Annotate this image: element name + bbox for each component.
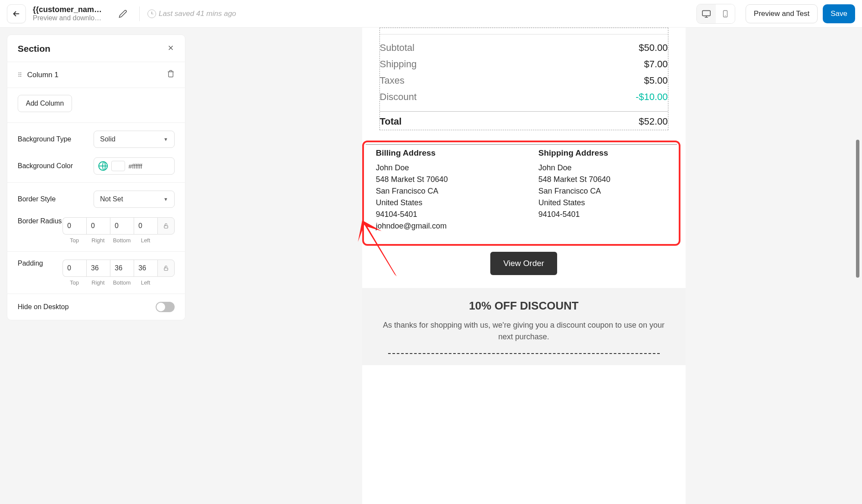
- globe-icon: [98, 161, 108, 171]
- bg-color-label: Background Color: [18, 162, 73, 170]
- column-item: ⠿ Column 1: [7, 62, 185, 88]
- svg-rect-0: [702, 10, 710, 16]
- coupon-box: [388, 353, 660, 354]
- saved-text: Last saved 41 mins ago: [159, 9, 236, 18]
- shipping-value: $7.00: [644, 59, 668, 70]
- color-swatch: [111, 161, 125, 171]
- padding-label: Padding: [18, 260, 43, 267]
- bg-type-select[interactable]: Solid ▼: [94, 131, 175, 148]
- hide-desktop-label: Hide on Desktop: [18, 303, 69, 311]
- topbar: {{customer_name}},... Preview and downlo…: [0, 0, 862, 28]
- border-style-label: Border Style: [18, 195, 56, 203]
- scrollbar[interactable]: [856, 140, 859, 278]
- total-label: Total: [380, 116, 402, 127]
- discount-value: -$10.00: [636, 91, 668, 103]
- padding-lock-button[interactable]: [157, 260, 175, 277]
- padding-top-input[interactable]: [63, 260, 86, 277]
- canvas: Subtotal$50.00 Shipping$7.00 Taxes$5.00 …: [185, 28, 862, 504]
- desktop-view-button[interactable]: [697, 4, 716, 23]
- discount-label: Discount: [380, 91, 417, 103]
- subtotal-value: $50.00: [639, 42, 668, 53]
- hide-desktop-toggle[interactable]: [156, 302, 175, 312]
- close-panel-button[interactable]: [167, 44, 175, 54]
- padding-bottom-input[interactable]: [110, 260, 134, 277]
- radius-lock-button[interactable]: [157, 217, 175, 235]
- total-value: $52.00: [639, 116, 668, 127]
- radius-right-input[interactable]: [86, 217, 110, 235]
- mobile-view-button[interactable]: [716, 4, 735, 23]
- address-section[interactable]: Billing Address John Doe 548 Market St 7…: [362, 141, 680, 246]
- shipping-label: Shipping: [380, 59, 417, 70]
- chevron-down-icon: ▼: [163, 197, 168, 202]
- back-button[interactable]: [7, 4, 26, 23]
- subtotal-label: Subtotal: [380, 42, 415, 53]
- svg-rect-1: [724, 10, 727, 17]
- radius-top-input[interactable]: [63, 217, 86, 235]
- add-column-button[interactable]: Add Column: [18, 95, 72, 112]
- edit-title-button[interactable]: [114, 5, 132, 22]
- divider: [139, 6, 140, 21]
- section-panel: Section ⠿ Column 1 Add Column Background…: [7, 34, 185, 320]
- radius-left-input[interactable]: [134, 217, 157, 235]
- page-title: {{customer_name}},...: [33, 5, 104, 14]
- page-subtitle: Preview and download...: [33, 14, 104, 22]
- radius-bottom-input[interactable]: [110, 217, 134, 235]
- drag-handle-icon[interactable]: ⠿: [18, 72, 23, 78]
- bg-color-input[interactable]: #ffffff: [94, 157, 175, 175]
- saved-timestamp: Last saved 41 mins ago: [147, 9, 236, 18]
- preview-test-button[interactable]: Preview and Test: [746, 4, 818, 23]
- padding-right-input[interactable]: [86, 260, 110, 277]
- padding-left-input[interactable]: [134, 260, 157, 277]
- order-totals[interactable]: Subtotal$50.00 Shipping$7.00 Taxes$5.00 …: [379, 28, 668, 130]
- clock-icon: [147, 9, 156, 18]
- promo-title: 10% OFF DISCOUNT: [375, 299, 673, 313]
- border-style-select[interactable]: Not Set ▼: [94, 191, 175, 208]
- save-button[interactable]: Save: [823, 4, 855, 23]
- taxes-label: Taxes: [380, 75, 404, 86]
- device-toggle: [696, 4, 735, 24]
- promo-text: As thanks for shopping with us, we're gi…: [375, 319, 673, 343]
- column-name: Column 1: [27, 71, 59, 79]
- billing-address: Billing Address John Doe 548 Market St 7…: [376, 148, 504, 232]
- email-preview: Subtotal$50.00 Shipping$7.00 Taxes$5.00 …: [362, 28, 686, 504]
- svg-rect-3: [164, 268, 168, 270]
- delete-column-button[interactable]: [167, 70, 175, 80]
- view-order-button[interactable]: View Order: [490, 252, 557, 275]
- bg-type-label: Background Type: [18, 135, 71, 143]
- border-radius-label: Border Radius: [18, 217, 62, 225]
- taxes-value: $5.00: [644, 75, 668, 86]
- panel-title: Section: [18, 44, 50, 54]
- promo-section[interactable]: 10% OFF DISCOUNT As thanks for shopping …: [362, 288, 686, 365]
- svg-rect-2: [164, 225, 168, 228]
- chevron-down-icon: ▼: [163, 137, 168, 142]
- shipping-address: Shipping Address John Doe 548 Market St …: [539, 148, 667, 232]
